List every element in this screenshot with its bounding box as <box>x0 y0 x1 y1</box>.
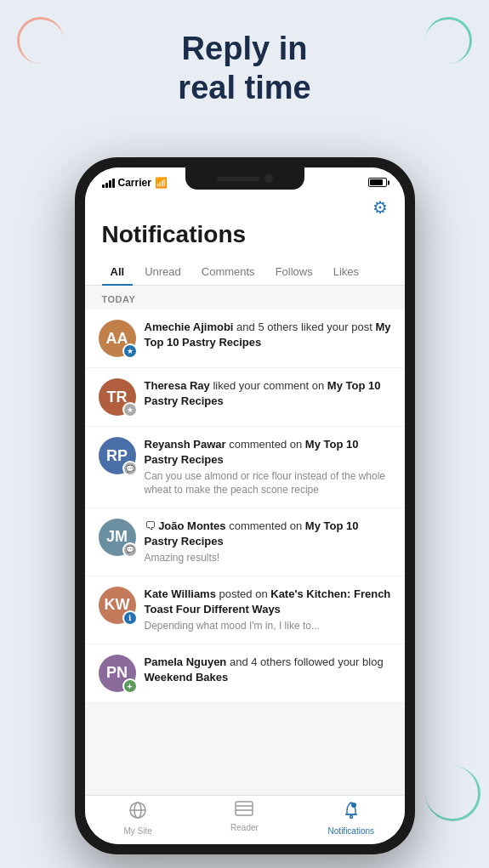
section-today: TODAY <box>85 286 405 309</box>
notif-text: Theresa Ray liked your comment on My Top… <box>145 378 391 409</box>
corner-arc-br <box>425 766 480 821</box>
nav-notifications[interactable]: Notifications <box>298 801 404 836</box>
avatar-wrap: RP 💬 <box>99 437 136 474</box>
status-left: Carrier 📶 <box>102 177 168 189</box>
notif-author: Amechie Ajimobi <box>145 321 234 333</box>
notification-item[interactable]: TR ★ Theresa Ray liked your comment on M… <box>85 368 405 427</box>
notif-sub: Amazing results! <box>145 552 391 565</box>
notif-content: Amechie Ajimobi and 5 others liked your … <box>145 320 391 350</box>
nav-my-site-label: My Site <box>123 826 151 836</box>
battery-fill <box>370 179 382 185</box>
signal-bar-1 <box>102 184 105 188</box>
info-badge: ℹ <box>122 610 138 626</box>
like-badge: ★ <box>122 343 138 359</box>
notif-content: Pamela Nguyen and 4 others followed your… <box>145 655 391 685</box>
notif-text: Kate Williams posted on Kate's Kitchen: … <box>145 587 391 617</box>
header-row: ⚙ <box>102 197 388 221</box>
notif-author: João Montes <box>158 519 225 532</box>
star-badge: ★ <box>122 402 138 417</box>
avatar-wrap: JM 💬 <box>99 519 136 556</box>
speaker <box>217 177 259 181</box>
notif-content: 🗨 João Montes commented on My Top 10 Pas… <box>145 519 391 565</box>
battery-icon <box>368 178 387 187</box>
wifi-icon: 📶 <box>155 177 168 189</box>
page-title: Notifications <box>102 221 388 257</box>
notif-sub: Can you use almond or rice flour instead… <box>145 470 391 496</box>
settings-icon[interactable]: ⚙ <box>372 197 388 218</box>
tab-all[interactable]: All <box>102 257 134 285</box>
svg-point-8 <box>351 803 356 808</box>
notif-content: Reyansh Pawar commented on My Top 10 Pas… <box>145 437 391 497</box>
notification-item[interactable]: JM 💬 🗨 João Montes commented on My Top 1… <box>85 508 405 576</box>
avatar-wrap: KW ℹ <box>99 587 136 624</box>
notif-text: Pamela Nguyen and 4 others followed your… <box>145 655 391 685</box>
tab-comments[interactable]: Comments <box>193 257 264 285</box>
notif-sub: Depending what mood I'm in, I like to... <box>145 620 391 633</box>
notif-author: Kate Williams <box>145 587 216 600</box>
signal-bar-2 <box>105 183 108 188</box>
tab-unread[interactable]: Unread <box>136 257 190 285</box>
notification-item[interactable]: AA ★ Amechie Ajimobi and 5 others liked … <box>85 309 405 368</box>
hero-line2: real time <box>178 70 310 105</box>
app-header: ⚙ Notifications <box>85 192 405 257</box>
notifications-list: TODAY AA ★ Amechie Ajimobi and 5 others … <box>85 286 405 795</box>
nav-my-site[interactable]: My Site <box>85 801 191 836</box>
notif-text: Reyansh Pawar commented on My Top 10 Pas… <box>145 437 391 468</box>
notif-author: Theresa Ray <box>145 379 210 392</box>
notif-content: Theresa Ray liked your comment on My Top… <box>145 378 391 409</box>
notif-content: Kate Williams posted on Kate's Kitchen: … <box>145 587 391 633</box>
svg-rect-3 <box>236 802 253 815</box>
notifications-icon <box>342 801 361 824</box>
tab-likes[interactable]: Likes <box>325 257 367 285</box>
notification-item[interactable]: PN + Pamela Nguyen and 4 others followed… <box>85 644 405 703</box>
phone-notch <box>185 167 304 190</box>
hero-line1: Reply in <box>182 31 308 66</box>
follow-badge: + <box>122 678 138 694</box>
notif-author: Reyansh Pawar <box>145 438 226 451</box>
tab-follows[interactable]: Follows <box>267 257 321 285</box>
nav-reader[interactable]: Reader <box>191 801 298 836</box>
camera <box>264 174 273 183</box>
carrier-label: Carrier <box>118 177 151 189</box>
notification-item[interactable]: RP 💬 Reyansh Pawar commented on My Top 1… <box>85 427 405 508</box>
phone-frame: Carrier 📶 9:41 AM ⚙ Notifications All Un… <box>75 157 415 854</box>
reader-icon <box>235 801 253 820</box>
notification-item[interactable]: KW ℹ Kate Williams posted on Kate's Kitc… <box>85 576 405 644</box>
tabs-bar: All Unread Comments Follows Likes <box>85 257 405 286</box>
avatar-wrap: PN + <box>99 655 136 692</box>
signal-bar-4 <box>112 179 115 188</box>
signal-bars <box>102 178 115 188</box>
hero-section: Reply in real time <box>0 30 489 107</box>
bottom-nav: My Site Reader <box>85 795 405 844</box>
notif-text: 🗨 João Montes commented on My Top 10 Pas… <box>145 519 391 549</box>
nav-reader-label: Reader <box>230 823 259 832</box>
notif-text: Amechie Ajimobi and 5 others liked your … <box>145 320 391 350</box>
comment-badge: 💬 <box>122 461 138 476</box>
svg-point-7 <box>350 816 352 819</box>
phone-screen: Carrier 📶 9:41 AM ⚙ Notifications All Un… <box>85 167 405 844</box>
avatar-wrap: TR ★ <box>99 378 136 416</box>
signal-bar-3 <box>109 180 111 188</box>
comment-badge: 💬 <box>122 542 138 558</box>
notif-blog: Weekend Bakes <box>145 671 229 684</box>
nav-notifications-label: Notifications <box>328 826 374 836</box>
my-site-icon <box>128 801 147 824</box>
avatar-wrap: AA ★ <box>99 320 136 357</box>
notif-author: Pamela Nguyen <box>145 655 227 668</box>
